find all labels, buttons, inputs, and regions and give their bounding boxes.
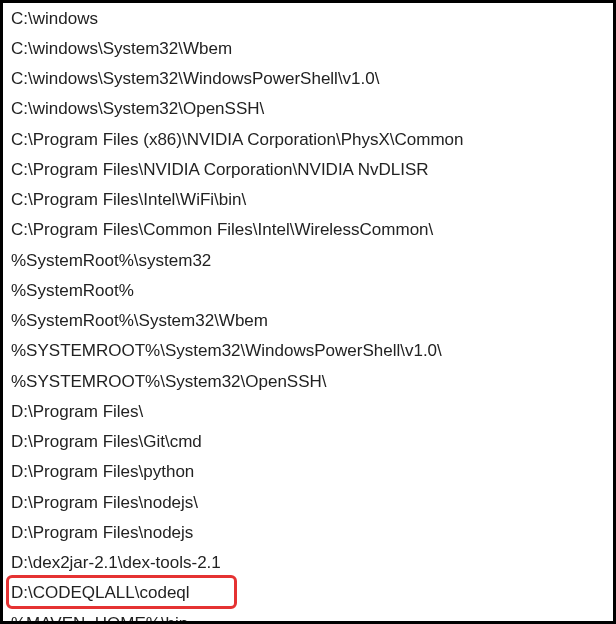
list-item[interactable]: %MAVEN_HOME%\bin [3,608,613,621]
list-item[interactable]: C:\windows\System32\OpenSSH\ [3,94,613,124]
list-item[interactable]: C:\Program Files\Common Files\Intel\Wire… [3,215,613,245]
list-item[interactable]: D:\Program Files\nodejs [3,517,613,547]
list-item[interactable]: C:\windows [3,3,613,33]
list-item[interactable]: C:\Program Files\Intel\WiFi\bin\ [3,185,613,215]
list-item[interactable]: D:\dex2jar-2.1\dex-tools-2.1 [3,548,613,578]
list-item[interactable]: D:\CODEQLALL\codeql [3,578,613,608]
list-item[interactable]: %SystemRoot% [3,275,613,305]
list-item[interactable]: D:\Program Files\ [3,396,613,426]
list-item[interactable]: D:\Program Files\python [3,457,613,487]
list-item[interactable]: D:\Program Files\nodejs\ [3,487,613,517]
list-item[interactable]: %SYSTEMROOT%\System32\WindowsPowerShell\… [3,336,613,366]
list-item[interactable]: C:\Program Files (x86)\NVIDIA Corporatio… [3,124,613,154]
list-item[interactable]: C:\windows\System32\Wbem [3,33,613,63]
list-item[interactable]: %SystemRoot%\system32 [3,245,613,275]
path-listbox[interactable]: C:\windowsC:\windows\System32\WbemC:\win… [3,3,613,621]
list-item[interactable]: %SystemRoot%\System32\Wbem [3,306,613,336]
list-item[interactable]: C:\windows\System32\WindowsPowerShell\v1… [3,64,613,94]
list-item[interactable]: D:\Program Files\Git\cmd [3,427,613,457]
list-item[interactable]: C:\Program Files\NVIDIA Corporation\NVID… [3,154,613,184]
list-item[interactable]: %SYSTEMROOT%\System32\OpenSSH\ [3,366,613,396]
